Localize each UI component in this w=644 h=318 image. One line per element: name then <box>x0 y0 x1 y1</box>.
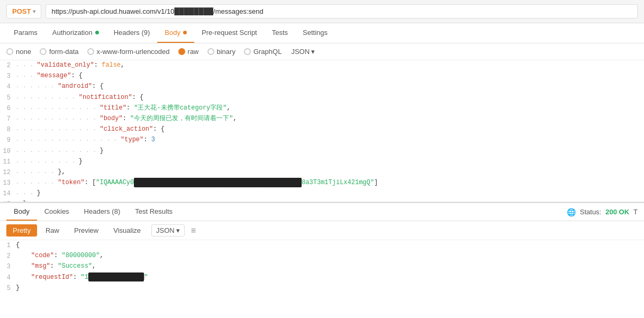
radio-raw[interactable]: raw <box>178 48 199 56</box>
method-chevron-icon: ▾ <box>33 8 35 14</box>
code-line-12: 12 · · · · · · }, <box>0 167 644 178</box>
code-line-15: 15 · } <box>0 199 644 203</box>
subtab-preview[interactable]: Preview <box>68 224 105 237</box>
code-line-13: 13 · · · · · · "token": ["IQAAAACy0█████… <box>0 178 644 188</box>
url-input[interactable] <box>46 4 638 19</box>
method-label: POST <box>12 7 31 15</box>
resp-line-1: 1 { <box>0 240 644 251</box>
subtab-pretty[interactable]: Pretty <box>6 224 37 237</box>
resp-json-chevron-icon: ▾ <box>176 226 180 234</box>
response-tabs-row: Body Cookies Headers (8) Test Results 🌐 … <box>0 203 644 221</box>
tab-authorization[interactable]: Authorization <box>45 23 106 43</box>
radio-form-data-label: form-data <box>49 48 79 56</box>
main-tabs: Params Authorization Headers (9) Body Pr… <box>0 23 644 43</box>
resp-tab-cookies-label: Cookies <box>44 207 69 215</box>
resp-line-5: 5 } <box>0 283 644 294</box>
resp-line-2: 2 "code": "80000000", <box>0 251 644 261</box>
code-line-9: 9 · · · · · · · · · · · · · · · "type": … <box>0 135 644 146</box>
status-code: 200 OK <box>605 208 629 216</box>
code-line-7: 7 · · · · · · · · · · · · "body": "今天的周报… <box>0 114 644 124</box>
radio-urlencoded[interactable]: x-www-form-urlencoded <box>87 48 170 56</box>
tab-prerequest[interactable]: Pre-request Script <box>194 23 265 43</box>
tab-body-label: Body <box>165 29 180 37</box>
tab-tests-label: Tests <box>272 29 288 37</box>
radio-form-data[interactable]: form-data <box>40 48 79 56</box>
tab-params-label: Params <box>14 29 38 37</box>
method-select[interactable]: POST ▾ <box>6 4 41 19</box>
tab-authorization-label: Authorization <box>52 29 93 37</box>
tab-settings-label: Settings <box>303 29 328 37</box>
code-line-10: 10 · · · · · · · · · · · · } <box>0 146 644 157</box>
resp-json-label: JSON <box>156 226 175 234</box>
subtab-visualize-label: Visualize <box>113 226 141 234</box>
authorization-dot <box>95 31 99 34</box>
resp-tab-cookies[interactable]: Cookies <box>37 203 77 221</box>
url-bar: POST ▾ <box>0 0 644 23</box>
resp-tab-test-results[interactable]: Test Results <box>128 203 180 221</box>
tab-settings[interactable]: Settings <box>295 23 335 43</box>
code-line-8: 8 · · · · · · · · · · · · "click_action"… <box>0 124 644 135</box>
code-line-5: 5 · · · · · · · · · "notification": { <box>0 93 644 103</box>
json-type-dropdown[interactable]: JSON ▾ <box>291 48 315 56</box>
tab-tests[interactable]: Tests <box>265 23 295 43</box>
resp-line-4: 4 "requestId": "1████████████████" <box>0 272 644 283</box>
body-type-row: none form-data x-www-form-urlencoded raw… <box>0 43 644 60</box>
code-line-14: 14 · · · } <box>0 188 644 199</box>
resp-tab-body[interactable]: Body <box>6 203 37 221</box>
radio-urlencoded-label: x-www-form-urlencoded <box>97 48 170 56</box>
subtab-pretty-label: Pretty <box>13 226 31 234</box>
code-line-6: 6 · · · · · · · · · · · · "title": "王大花-… <box>0 103 644 114</box>
resp-tab-test-results-label: Test Results <box>135 207 173 215</box>
code-line-2: 2 · · · "validate_only": false, <box>0 60 644 71</box>
radio-form-data-circle <box>40 48 47 55</box>
subtab-raw[interactable]: Raw <box>39 224 66 237</box>
status-area: 🌐 Status: 200 OK T <box>567 208 638 216</box>
radio-graphql-circle <box>244 48 251 55</box>
radio-urlencoded-circle <box>87 48 94 55</box>
radio-none-label: none <box>16 48 31 56</box>
status-time: T <box>633 208 638 216</box>
subtab-preview-label: Preview <box>74 226 98 234</box>
radio-none[interactable]: none <box>6 48 31 56</box>
body-dot <box>183 31 187 34</box>
response-subtabs: Pretty Raw Preview Visualize JSON ▾ ≡ <box>0 221 644 240</box>
code-line-3: 3 · · · "message": { <box>0 71 644 81</box>
radio-raw-label: raw <box>188 48 199 56</box>
resp-tab-headers[interactable]: Headers (8) <box>77 203 128 221</box>
radio-binary[interactable]: binary <box>207 48 235 56</box>
resp-json-dropdown[interactable]: JSON ▾ <box>151 224 185 237</box>
subtab-raw-label: Raw <box>46 226 59 234</box>
code-line-4: 4 · · · · · · "android": { <box>0 81 644 92</box>
response-body-editor: 1 { 2 "code": "80000000", 3 "msg": "Succ… <box>0 240 644 294</box>
resp-tab-body-label: Body <box>14 207 30 215</box>
status-label: Status: <box>580 208 601 216</box>
tab-prerequest-label: Pre-request Script <box>202 29 257 37</box>
radio-graphql[interactable]: GraphQL <box>244 48 282 56</box>
json-type-label: JSON <box>291 48 310 56</box>
resp-line-3: 3 "msg": "Success", <box>0 261 644 272</box>
request-body-editor[interactable]: 2 · · · "validate_only": false, 3 · · · … <box>0 60 644 203</box>
radio-none-circle <box>6 48 13 55</box>
resp-tab-headers-label: Headers (8) <box>84 207 121 215</box>
radio-raw-circle <box>178 48 185 55</box>
code-line-11: 11 · · · · · · · · · } <box>0 157 644 167</box>
tab-body[interactable]: Body <box>157 23 194 43</box>
globe-icon: 🌐 <box>567 208 576 216</box>
tab-params[interactable]: Params <box>6 23 45 43</box>
subtab-visualize[interactable]: Visualize <box>107 224 147 237</box>
json-chevron-icon: ▾ <box>311 48 315 56</box>
radio-graphql-label: GraphQL <box>253 48 282 56</box>
tab-headers-label: Headers (9) <box>114 29 150 37</box>
tab-headers[interactable]: Headers (9) <box>106 23 158 43</box>
radio-binary-label: binary <box>217 48 235 56</box>
radio-binary-circle <box>207 48 214 55</box>
filter-icon[interactable]: ≡ <box>191 226 196 235</box>
